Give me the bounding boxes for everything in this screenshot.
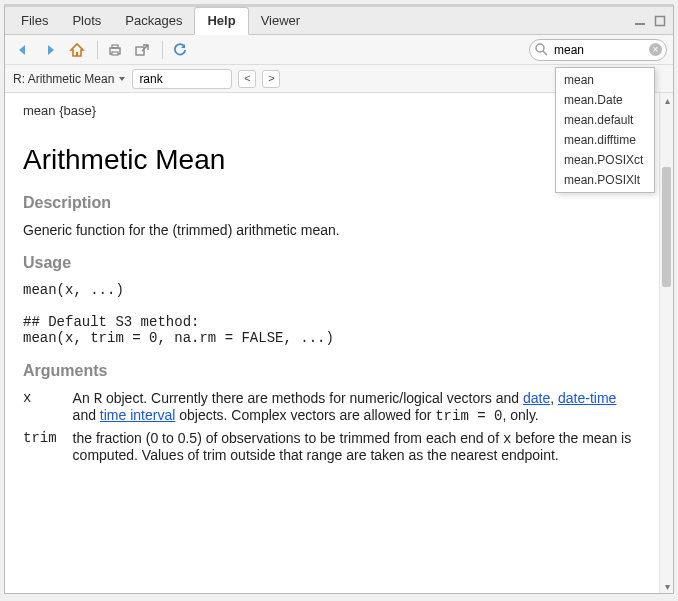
print-button[interactable] xyxy=(103,39,127,61)
argument-row: trim the fraction (0 to 0.5) of observat… xyxy=(23,430,641,469)
autocomplete-item[interactable]: mean.Date xyxy=(556,90,654,110)
svg-rect-4 xyxy=(112,45,118,48)
tab-packages[interactable]: Packages xyxy=(113,8,194,34)
search-icon xyxy=(535,43,548,59)
tab-help[interactable]: Help xyxy=(194,7,248,35)
argument-name: x xyxy=(23,390,73,430)
tab-plots[interactable]: Plots xyxy=(60,8,113,34)
section-description-heading: Description xyxy=(23,194,641,212)
doc-topic: mean {base} xyxy=(23,103,96,118)
argument-name: trim xyxy=(23,430,73,469)
section-arguments-heading: Arguments xyxy=(23,362,641,380)
scrollbar-thumb[interactable] xyxy=(662,167,671,287)
page-title: Arithmetic Mean xyxy=(23,144,641,176)
vertical-scrollbar[interactable]: ▴ ▾ xyxy=(659,93,673,593)
autocomplete-item[interactable]: mean.POSIXct xyxy=(556,150,654,170)
svg-rect-5 xyxy=(112,52,118,55)
autocomplete-item[interactable]: mean.POSIXlt xyxy=(556,170,654,190)
popout-button[interactable] xyxy=(130,39,154,61)
clear-search-icon[interactable]: × xyxy=(649,43,662,56)
link-date-time[interactable]: date-time xyxy=(558,390,616,406)
section-usage-heading: Usage xyxy=(23,254,641,272)
tab-files[interactable]: Files xyxy=(9,8,60,34)
home-button[interactable] xyxy=(65,39,89,61)
autocomplete-item[interactable]: mean xyxy=(556,70,654,90)
topic-dropdown[interactable]: R: Arithmetic Mean xyxy=(13,72,126,86)
autocomplete-item[interactable]: mean.difftime xyxy=(556,130,654,150)
help-search-input[interactable] xyxy=(529,39,667,61)
topic-label: R: Arithmetic Mean xyxy=(13,72,114,86)
back-button[interactable] xyxy=(11,39,35,61)
scroll-down-button[interactable]: ▾ xyxy=(660,579,673,593)
forward-button[interactable] xyxy=(38,39,62,61)
maximize-icon[interactable] xyxy=(653,14,667,28)
svg-rect-0 xyxy=(635,23,645,25)
search-autocomplete-list: mean mean.Date mean.default mean.difftim… xyxy=(555,67,655,193)
chevron-down-icon xyxy=(118,75,126,83)
help-toolbar: × xyxy=(5,35,673,65)
argument-row: x An R object. Currently there are metho… xyxy=(23,390,641,430)
svg-rect-2 xyxy=(76,52,78,56)
scrollbar-track[interactable] xyxy=(660,107,673,579)
svg-line-8 xyxy=(543,51,547,55)
scroll-up-button[interactable]: ▴ xyxy=(660,93,673,107)
link-time-interval[interactable]: time interval xyxy=(100,407,175,423)
pane-tabstrip: Files Plots Packages Help Viewer xyxy=(5,7,673,35)
svg-rect-1 xyxy=(656,16,665,25)
usage-code: mean(x, ...) ## Default S3 method: mean(… xyxy=(23,282,641,346)
find-next-button[interactable]: > xyxy=(262,70,280,88)
minimize-icon[interactable] xyxy=(633,14,647,28)
tab-viewer[interactable]: Viewer xyxy=(249,8,313,34)
description-text: Generic function for the (trimmed) arith… xyxy=(23,222,641,238)
svg-point-7 xyxy=(536,44,544,52)
refresh-button[interactable] xyxy=(168,39,192,61)
find-prev-button[interactable]: < xyxy=(238,70,256,88)
argument-description: An R object. Currently there are methods… xyxy=(73,390,641,430)
argument-description: the fraction (0 to 0.5) of observations … xyxy=(73,430,641,469)
link-date[interactable]: date xyxy=(523,390,550,406)
find-in-topic-input[interactable] xyxy=(132,69,232,89)
autocomplete-item[interactable]: mean.default xyxy=(556,110,654,130)
